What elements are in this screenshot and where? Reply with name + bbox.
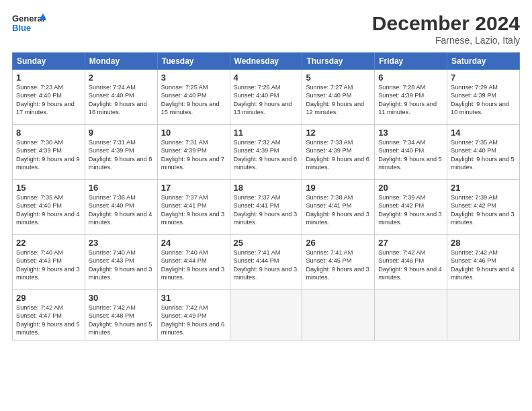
logo: General Blue [12,12,46,36]
day-info: Sunrise: 7:37 AMSunset: 4:41 PMDaylight:… [234,193,299,227]
col-wednesday: Wednesday [230,53,302,70]
table-row: 29Sunrise: 7:42 AMSunset: 4:47 PMDayligh… [13,290,85,340]
svg-text:General: General [12,13,44,24]
table-row: 23Sunrise: 7:40 AMSunset: 4:43 PMDayligh… [85,235,157,290]
table-row: 24Sunrise: 7:40 AMSunset: 4:44 PMDayligh… [157,235,230,290]
day-number: 7 [451,73,516,83]
day-number: 6 [378,73,443,83]
week-row-4: 22Sunrise: 7:40 AMSunset: 4:43 PMDayligh… [13,235,520,290]
day-info: Sunrise: 7:29 AMSunset: 4:39 PMDaylight:… [451,83,516,117]
table-row: 11Sunrise: 7:32 AMSunset: 4:39 PMDayligh… [230,125,302,180]
day-number: 31 [161,293,226,303]
day-number: 28 [451,238,516,248]
day-info: Sunrise: 7:24 AMSunset: 4:40 PMDaylight:… [89,83,154,117]
day-number: 13 [378,128,443,138]
day-number: 14 [451,128,516,138]
day-info: Sunrise: 7:28 AMSunset: 4:39 PMDaylight:… [378,83,443,117]
col-friday: Friday [375,53,447,70]
logo-svg: General Blue [12,12,46,36]
day-number: 21 [451,183,516,193]
month-title: December 2024 [372,12,520,35]
col-tuesday: Tuesday [157,53,230,70]
table-row: 31Sunrise: 7:42 AMSunset: 4:49 PMDayligh… [157,290,230,340]
col-monday: Monday [85,53,157,70]
header: General Blue December 2024 Farnese, Lazi… [12,12,520,46]
day-info: Sunrise: 7:31 AMSunset: 4:39 PMDaylight:… [161,138,226,172]
day-info: Sunrise: 7:40 AMSunset: 4:43 PMDaylight:… [16,248,81,282]
day-info: Sunrise: 7:26 AMSunset: 4:40 PMDaylight:… [234,83,299,117]
day-number: 25 [234,238,299,248]
table-row: 26Sunrise: 7:41 AMSunset: 4:45 PMDayligh… [302,235,375,290]
day-number: 2 [89,73,154,83]
table-row: 21Sunrise: 7:39 AMSunset: 4:42 PMDayligh… [447,180,520,235]
day-info: Sunrise: 7:42 AMSunset: 4:46 PMDaylight:… [378,248,443,282]
day-info: Sunrise: 7:33 AMSunset: 4:39 PMDaylight:… [306,138,371,172]
calendar-table: Sunday Monday Tuesday Wednesday Thursday… [12,52,520,340]
day-info: Sunrise: 7:42 AMSunset: 4:47 PMDaylight:… [16,304,81,337]
day-number: 18 [234,183,299,193]
table-row: 19Sunrise: 7:38 AMSunset: 4:41 PMDayligh… [302,180,375,235]
table-row: 25Sunrise: 7:41 AMSunset: 4:44 PMDayligh… [230,235,302,290]
table-row: 20Sunrise: 7:39 AMSunset: 4:42 PMDayligh… [375,180,447,235]
day-info: Sunrise: 7:40 AMSunset: 4:43 PMDaylight:… [89,248,154,282]
day-number: 26 [306,238,371,248]
day-info: Sunrise: 7:23 AMSunset: 4:40 PMDaylight:… [16,83,81,117]
day-info: Sunrise: 7:36 AMSunset: 4:40 PMDaylight:… [89,193,154,227]
week-row-5: 29Sunrise: 7:42 AMSunset: 4:47 PMDayligh… [13,290,520,340]
col-sunday: Sunday [13,53,85,70]
day-number: 15 [16,183,81,193]
table-row: 8Sunrise: 7:30 AMSunset: 4:39 PMDaylight… [13,125,85,180]
day-number: 5 [306,73,371,83]
day-number: 4 [234,73,299,83]
day-info: Sunrise: 7:42 AMSunset: 4:49 PMDaylight:… [161,304,226,337]
title-block: December 2024 Farnese, Lazio, Italy [372,12,520,46]
week-row-1: 1Sunrise: 7:23 AMSunset: 4:40 PMDaylight… [13,70,520,125]
day-info: Sunrise: 7:39 AMSunset: 4:42 PMDaylight:… [451,193,516,227]
col-thursday: Thursday [302,53,375,70]
day-info: Sunrise: 7:39 AMSunset: 4:42 PMDaylight:… [378,193,443,227]
day-info: Sunrise: 7:30 AMSunset: 4:39 PMDaylight:… [16,138,81,172]
day-info: Sunrise: 7:42 AMSunset: 4:46 PMDaylight:… [451,248,516,282]
day-number: 17 [161,183,226,193]
day-number: 20 [378,183,443,193]
day-number: 12 [306,128,371,138]
table-row: 3Sunrise: 7:25 AMSunset: 4:40 PMDaylight… [157,70,230,125]
table-row: 6Sunrise: 7:28 AMSunset: 4:39 PMDaylight… [375,70,447,125]
table-row [447,290,520,340]
day-number: 10 [161,128,226,138]
table-row: 27Sunrise: 7:42 AMSunset: 4:46 PMDayligh… [375,235,447,290]
day-info: Sunrise: 7:37 AMSunset: 4:41 PMDaylight:… [161,193,226,227]
table-row: 22Sunrise: 7:40 AMSunset: 4:43 PMDayligh… [13,235,85,290]
svg-text:Blue: Blue [12,23,31,33]
table-row: 2Sunrise: 7:24 AMSunset: 4:40 PMDaylight… [85,70,157,125]
table-row: 14Sunrise: 7:35 AMSunset: 4:40 PMDayligh… [447,125,520,180]
table-row [230,290,302,340]
col-saturday: Saturday [447,53,520,70]
day-info: Sunrise: 7:27 AMSunset: 4:40 PMDaylight:… [306,83,371,117]
day-number: 24 [161,238,226,248]
table-row: 15Sunrise: 7:35 AMSunset: 4:40 PMDayligh… [13,180,85,235]
page: General Blue December 2024 Farnese, Lazi… [0,0,532,411]
day-info: Sunrise: 7:41 AMSunset: 4:44 PMDaylight:… [234,248,299,282]
table-row: 12Sunrise: 7:33 AMSunset: 4:39 PMDayligh… [302,125,375,180]
table-row [375,290,447,340]
day-info: Sunrise: 7:42 AMSunset: 4:48 PMDaylight:… [89,304,154,337]
day-number: 23 [89,238,154,248]
day-number: 1 [16,73,81,83]
table-row: 10Sunrise: 7:31 AMSunset: 4:39 PMDayligh… [157,125,230,180]
week-row-2: 8Sunrise: 7:30 AMSunset: 4:39 PMDaylight… [13,125,520,180]
table-row: 18Sunrise: 7:37 AMSunset: 4:41 PMDayligh… [230,180,302,235]
week-row-3: 15Sunrise: 7:35 AMSunset: 4:40 PMDayligh… [13,180,520,235]
table-row: 1Sunrise: 7:23 AMSunset: 4:40 PMDaylight… [13,70,85,125]
table-row: 13Sunrise: 7:34 AMSunset: 4:40 PMDayligh… [375,125,447,180]
table-row: 17Sunrise: 7:37 AMSunset: 4:41 PMDayligh… [157,180,230,235]
day-info: Sunrise: 7:40 AMSunset: 4:44 PMDaylight:… [161,248,226,282]
day-info: Sunrise: 7:32 AMSunset: 4:39 PMDaylight:… [234,138,299,172]
day-number: 29 [16,293,81,303]
day-info: Sunrise: 7:41 AMSunset: 4:45 PMDaylight:… [306,248,371,282]
day-info: Sunrise: 7:35 AMSunset: 4:40 PMDaylight:… [451,138,516,172]
day-number: 11 [234,128,299,138]
day-info: Sunrise: 7:31 AMSunset: 4:39 PMDaylight:… [89,138,154,172]
location: Farnese, Lazio, Italy [372,35,520,46]
day-number: 3 [161,73,226,83]
